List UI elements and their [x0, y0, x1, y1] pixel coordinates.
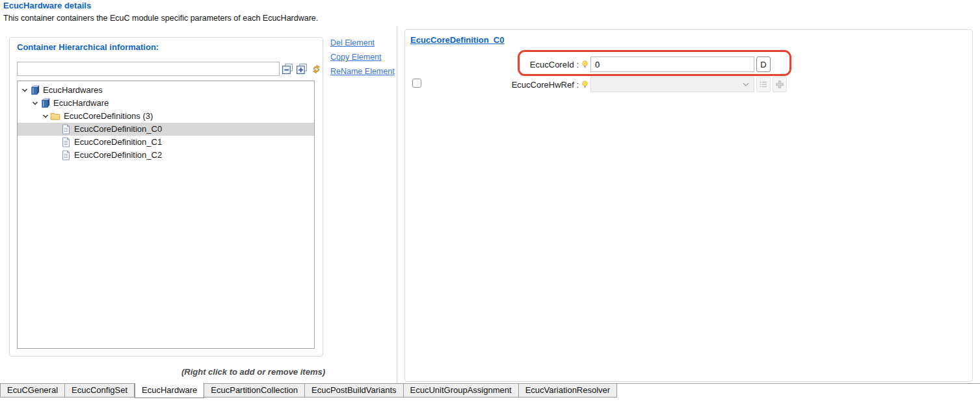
default-value-button[interactable]: D [756, 57, 771, 72]
tab-ecucunitgroupassignment[interactable]: EcucUnitGroupAssignment [404, 384, 519, 398]
tree-row[interactable]: EcucCoreDefinitions (3) [18, 110, 314, 123]
tab-ecuchardware[interactable]: EcucHardware [135, 383, 204, 398]
tree-toolbar [281, 62, 323, 75]
tree-row[interactable]: EcucHardware [18, 97, 314, 110]
tab-ecucpartitioncollection[interactable]: EcucPartitionCollection [204, 384, 305, 398]
module-icon [29, 85, 40, 95]
tab-ecucgeneral[interactable]: EcuCGeneral [0, 384, 65, 398]
ecuccorehwref-label: EcucCoreHwRef : [418, 77, 589, 92]
container-hierarchy-group-title: Container Hierarchical information: [17, 42, 159, 52]
sync-refresh-icon[interactable] [310, 62, 323, 75]
tree-row[interactable]: EcucHardwares [18, 84, 314, 97]
page-description: This container containers the EcuC modul… [3, 14, 318, 23]
bottom-tab-bar: EcuCGeneral EcucConfigSet EcucHardware E… [0, 383, 980, 404]
tree-item-label: EcucCoreDefinition_C2 [74, 149, 162, 162]
copy-element-link[interactable]: Copy Element [330, 52, 395, 66]
document-icon [60, 137, 71, 147]
tree-item-label: EcucHardware [53, 97, 109, 110]
del-element-link[interactable]: Del Element [330, 38, 395, 52]
ecuccorehwref-dropdown[interactable] [590, 77, 754, 92]
rename-element-link[interactable]: ReName Element [330, 66, 395, 81]
document-icon [60, 150, 71, 160]
tree-row[interactable]: EcucCoreDefinition_C1 [18, 136, 314, 149]
module-icon [40, 98, 50, 108]
expand-all-icon[interactable] [295, 62, 308, 75]
collapse-all-icon[interactable] [281, 62, 294, 75]
tab-ecucpostbuildvariants[interactable]: EcucPostBuildVariants [305, 384, 404, 398]
chevron-down-icon[interactable] [20, 87, 29, 94]
panel-divider [397, 26, 397, 383]
tree-item-label: EcucHardwares [43, 84, 103, 97]
right-click-hint: (Right click to add or remove items) [9, 367, 325, 377]
tab-ecucvariationresolver[interactable]: EcucVariationResolver [519, 384, 618, 398]
chevron-down-icon[interactable] [41, 113, 50, 120]
chevron-down-icon[interactable] [31, 100, 40, 107]
core-definition-group-title: EcucCoreDefinition_C0 [410, 35, 504, 45]
tree-row[interactable]: EcucCoreDefinition_C2 [18, 149, 314, 162]
ref-add-button[interactable] [773, 77, 787, 92]
tree-item-label: EcucCoreDefinitions (3) [64, 110, 153, 123]
tree-item-label: EcucCoreDefinition_C1 [74, 136, 162, 149]
tree-item-label: EcucCoreDefinition_C0 [74, 123, 162, 136]
hierarchy-tree: EcucHardwares EcucHardware EcucCoreDefin… [17, 81, 315, 349]
folder-icon [50, 111, 60, 121]
ecuccoreid-input[interactable] [590, 57, 754, 72]
page-title: EcucHardware details [3, 1, 91, 10]
ref-list-button[interactable] [756, 77, 771, 92]
lightbulb-icon [581, 60, 589, 69]
document-icon [60, 124, 71, 134]
tree-row-selected[interactable]: EcucCoreDefinition_C0 [18, 123, 314, 136]
tree-filter-input[interactable] [17, 62, 280, 76]
ecuccoreid-label: EcucCoreId : [418, 57, 589, 72]
element-actions: Del Element Copy Element ReName Element [330, 38, 395, 81]
tab-ecucconfigset[interactable]: EcucConfigSet [65, 384, 135, 398]
chevron-down-icon [743, 82, 749, 86]
ecuccoreid-label-text: EcucCoreId : [530, 60, 579, 69]
container-hierarchy-group: Container Hierarchical information: Ecuc… [9, 37, 323, 357]
core-definition-group: EcucCoreDefinition_C0 EcucCoreId : D Ecu… [404, 29, 973, 382]
lightbulb-icon [581, 81, 589, 89]
ecuccorehwref-label-text: EcucCoreHwRef : [512, 80, 579, 90]
